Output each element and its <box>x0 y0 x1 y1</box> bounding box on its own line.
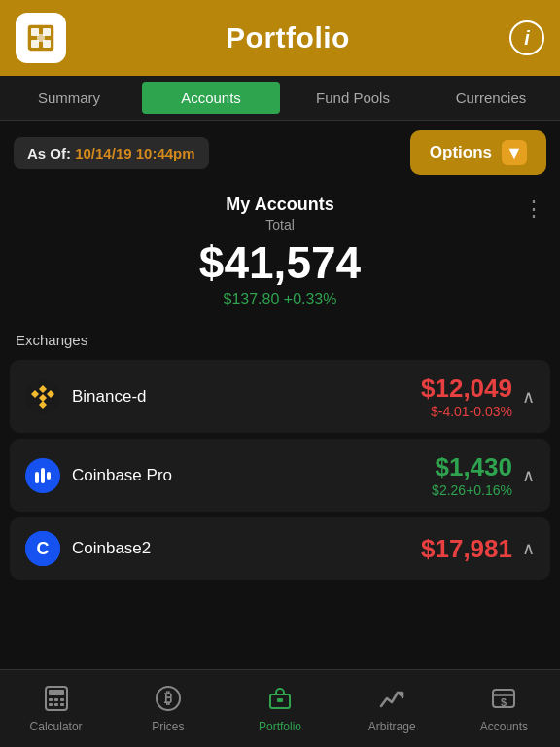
arbitrage-icon <box>378 685 405 716</box>
nav-accounts[interactable]: $ Accounts <box>448 677 560 741</box>
app-logo <box>16 13 66 63</box>
nav-portfolio-label: Portfolio <box>259 720 301 733</box>
exchanges-label: Exchanges <box>0 322 560 354</box>
main-content: As Of: 10/14/19 10:44pm Options ▼ My Acc… <box>0 121 560 671</box>
exchange-values-coinbase2: $17,981 <box>421 534 512 564</box>
exchange-item-coinbase-pro[interactable]: Coinbase Pro $1,430 $2.26+0.16% ∧ <box>10 439 550 512</box>
accounts-section-title: My Accounts <box>16 195 544 215</box>
exchange-left-binance: Binance-d <box>25 379 147 414</box>
nav-calculator-label: Calculator <box>30 720 83 733</box>
tab-accounts[interactable]: Accounts <box>142 82 280 114</box>
options-arrow-down-icon: ▼ <box>502 140 527 165</box>
nav-prices-label: Prices <box>152 720 184 733</box>
nav-arbitrage[interactable]: Arbitrage <box>336 677 448 741</box>
total-label: Total <box>16 217 544 232</box>
svg-rect-22 <box>60 698 64 701</box>
svg-rect-21 <box>54 698 58 701</box>
tab-summary[interactable]: Summary <box>0 76 138 120</box>
coinbase-pro-chevron-up-icon: ∧ <box>522 465 535 486</box>
tab-fund-pools[interactable]: Fund Pools <box>284 76 422 120</box>
options-button[interactable]: Options ▼ <box>410 130 546 175</box>
coinbase-pro-sub-value: $2.26+0.16% <box>432 482 512 498</box>
nav-portfolio[interactable]: Portfolio <box>224 677 335 741</box>
svg-rect-15 <box>47 472 51 480</box>
svg-rect-14 <box>41 468 45 483</box>
exchange-right-coinbase2: $17,981 ∧ <box>421 534 535 564</box>
exchange-item-coinbase2[interactable]: C Coinbase2 $17,981 ∧ <box>10 517 550 580</box>
svg-rect-24 <box>54 703 58 706</box>
nav-accounts-label: Accounts <box>480 720 528 733</box>
coinbase-pro-main-value: $1,430 <box>432 452 512 482</box>
svg-rect-25 <box>60 703 64 706</box>
bottom-nav: Calculator ₿ Prices Portfolio Arbitr <box>0 669 560 747</box>
info-button[interactable]: i <box>509 20 544 55</box>
exchange-values-binance: $12,049 $-4.01-0.03% <box>421 374 512 419</box>
binance-icon <box>25 379 60 414</box>
options-label: Options <box>430 143 492 162</box>
prices-icon: ₿ <box>155 685 182 716</box>
exchange-item-binance-d[interactable]: Binance-d $12,049 $-4.01-0.03% ∧ <box>10 360 550 433</box>
portfolio-icon <box>266 685 294 716</box>
nav-calculator[interactable]: Calculator <box>0 677 112 741</box>
exchange-name-coinbase2: Coinbase2 <box>72 539 151 558</box>
exchange-right-coinbase-pro: $1,430 $2.26+0.16% ∧ <box>432 452 535 498</box>
binance-main-value: $12,049 <box>421 374 512 404</box>
coinbase2-chevron-up-icon: ∧ <box>522 538 535 559</box>
exchange-left-coinbase2: C Coinbase2 <box>25 531 151 566</box>
coinbase2-main-value: $17,981 <box>421 534 512 564</box>
app-header: Portfolio i <box>0 0 560 76</box>
page-title: Portfolio <box>226 21 350 54</box>
accounts-menu-icon[interactable]: ⋮ <box>523 196 544 222</box>
exchange-right-binance: $12,049 $-4.01-0.03% ∧ <box>421 374 535 419</box>
coinbase-pro-icon <box>25 458 60 493</box>
svg-rect-19 <box>49 690 64 695</box>
svg-rect-29 <box>277 698 283 702</box>
exchange-name-binance: Binance-d <box>72 387 147 407</box>
date-value: 10/14/19 10:44pm <box>75 145 194 161</box>
date-options-bar: As Of: 10/14/19 10:44pm Options ▼ <box>0 121 560 185</box>
nav-arbitrage-label: Arbitrage <box>368 720 416 733</box>
calculator-icon <box>43 685 70 716</box>
binance-chevron-up-icon: ∧ <box>522 386 535 408</box>
svg-text:C: C <box>37 539 50 558</box>
total-value: $41,574 <box>16 236 544 289</box>
svg-rect-20 <box>49 698 52 701</box>
accounts-change: $137.80 +0.33% <box>16 291 544 308</box>
date-badge: As Of: 10/14/19 10:44pm <box>14 137 209 169</box>
coinbase2-icon: C <box>25 531 60 566</box>
svg-rect-13 <box>35 472 39 483</box>
exchange-values-coinbase-pro: $1,430 $2.26+0.16% <box>432 452 512 498</box>
tab-currencies[interactable]: Currencies <box>422 76 560 120</box>
svg-rect-5 <box>37 34 45 42</box>
nav-prices[interactable]: ₿ Prices <box>112 677 224 741</box>
accounts-nav-icon: $ <box>490 685 517 716</box>
date-prefix: As Of: <box>27 145 75 161</box>
exchange-name-coinbase-pro: Coinbase Pro <box>72 466 172 485</box>
binance-sub-value: $-4.01-0.03% <box>421 404 512 419</box>
svg-text:$: $ <box>501 696 507 708</box>
svg-rect-23 <box>49 703 52 706</box>
svg-text:₿: ₿ <box>164 690 172 706</box>
exchange-left-coinbase-pro: Coinbase Pro <box>25 458 172 493</box>
tab-bar: Summary Accounts Fund Pools Currencies <box>0 76 560 121</box>
accounts-section: My Accounts ⋮ Total $41,574 $137.80 +0.3… <box>0 185 560 322</box>
